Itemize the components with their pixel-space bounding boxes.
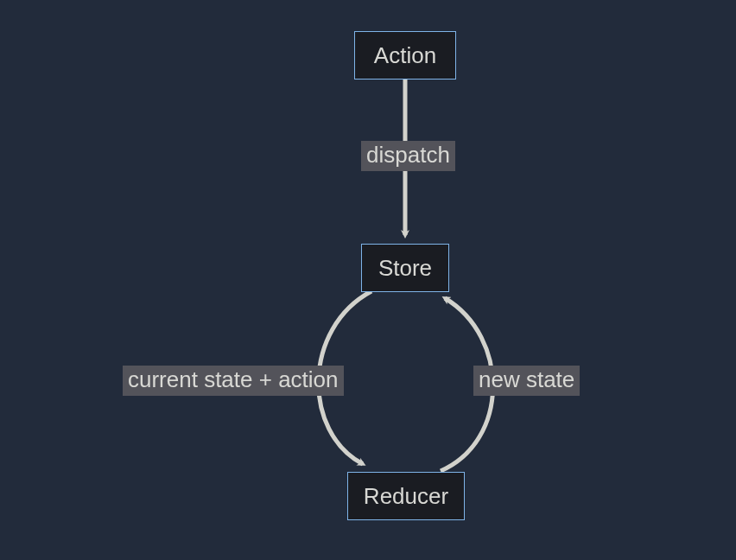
node-reducer-label: Reducer	[364, 483, 448, 510]
node-action: Action	[354, 31, 456, 80]
edge-label-current-state-action-text: current state + action	[128, 366, 339, 392]
edge-label-current-state-action: current state + action	[123, 366, 344, 396]
edge-label-dispatch-text: dispatch	[366, 142, 450, 168]
node-reducer: Reducer	[347, 472, 465, 520]
edge-label-new-state: new state	[473, 366, 580, 396]
node-store: Store	[361, 244, 449, 292]
node-action-label: Action	[374, 42, 436, 69]
edge-label-new-state-text: new state	[479, 366, 574, 392]
diagram-canvas: Action Store Reducer dispatch current st…	[0, 0, 736, 560]
node-store-label: Store	[378, 255, 432, 282]
edge-label-dispatch: dispatch	[361, 141, 455, 171]
